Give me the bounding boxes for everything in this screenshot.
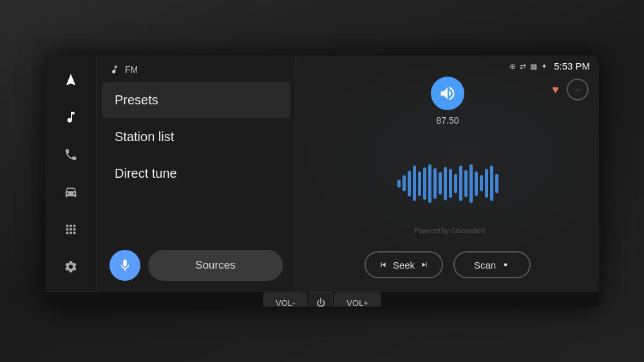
power-button[interactable]: ⏻ <box>308 292 333 307</box>
wave-bar <box>480 175 483 191</box>
vol-plus-button[interactable]: VOL+ <box>334 292 381 307</box>
left-panel: FM Presets Station list Direct tune Sour… <box>97 55 296 291</box>
bluetooth-icon: ✦ <box>541 62 547 71</box>
top-status-bar: ⊕ ⇄ ▦ ✦ 5:53 PM <box>296 55 599 71</box>
music-icon[interactable] <box>59 106 82 129</box>
favorite-button[interactable]: ♥ <box>552 83 559 97</box>
station-frequency: 87.50 <box>436 115 459 126</box>
sidebar <box>45 55 97 291</box>
wave-bar <box>428 164 431 203</box>
station-list-menu-item[interactable]: Station list <box>102 119 290 155</box>
wave-bar <box>408 171 411 196</box>
location-icon: ⊕ <box>509 62 516 71</box>
fm-label: FM <box>125 64 138 75</box>
wave-bar <box>495 174 498 193</box>
fm-header: FM <box>97 55 296 81</box>
apps-icon[interactable] <box>59 218 82 241</box>
hardware-controls: VOL- ⏻ VOL+ <box>45 291 599 307</box>
settings-icon[interactable] <box>59 255 82 278</box>
status-icons: ⊕ ⇄ ▦ ✦ 5:53 PM <box>509 61 590 71</box>
sources-button[interactable]: Sources <box>148 250 283 281</box>
gracenote-label: Powered by Gracenote® <box>415 227 486 234</box>
more-options-button[interactable]: ··· <box>567 79 589 100</box>
bottom-controls: Sources <box>97 240 296 291</box>
screen-container: FM Presets Station list Direct tune Sour… <box>45 55 599 307</box>
wave-bar <box>464 170 468 197</box>
wave-bar <box>490 166 493 201</box>
wave-bar <box>418 171 421 196</box>
navigation-icon[interactable] <box>59 68 82 91</box>
wave-bar <box>444 167 447 200</box>
station-info: 87.50 <box>431 77 464 126</box>
car-surround: FM Presets Station list Direct tune Sour… <box>0 0 644 362</box>
transport-controls: Seek Scan <box>296 241 599 291</box>
right-panel: ⊕ ⇄ ▦ ✦ 5:53 PM ♥ ··· <box>296 55 599 291</box>
wave-bar <box>439 172 442 195</box>
waveform <box>397 164 498 203</box>
screen-inner: FM Presets Station list Direct tune Sour… <box>45 55 599 291</box>
time-display: 5:53 PM <box>554 61 590 71</box>
vol-minus-button[interactable]: VOL- <box>263 292 307 307</box>
menu-items: Presets Station list Direct tune <box>97 81 296 240</box>
display-icon: ▦ <box>530 62 537 71</box>
wave-bar <box>485 169 488 198</box>
car-icon[interactable] <box>59 180 82 204</box>
phone-icon[interactable] <box>59 143 82 166</box>
wave-bar <box>423 167 426 200</box>
direct-tune-menu-item[interactable]: Direct tune <box>102 156 290 191</box>
wave-bar <box>449 169 452 198</box>
shuffle-icon: ⇄ <box>520 62 526 71</box>
svg-point-0 <box>504 263 507 267</box>
wave-bar <box>413 166 416 201</box>
wave-bar <box>459 166 462 201</box>
presets-menu-item[interactable]: Presets <box>102 82 290 118</box>
scan-button[interactable]: Scan <box>453 251 531 278</box>
waveform-area: Powered by Gracenote® <box>397 126 498 241</box>
wave-bar <box>397 180 401 187</box>
wave-bar <box>469 164 473 203</box>
wave-bar <box>454 174 457 193</box>
mic-button[interactable] <box>109 250 140 281</box>
seek-button[interactable]: Seek <box>365 251 443 278</box>
wave-bar <box>433 168 437 199</box>
wave-bar <box>402 175 406 191</box>
wave-bar <box>475 171 478 196</box>
station-icon <box>431 77 464 110</box>
